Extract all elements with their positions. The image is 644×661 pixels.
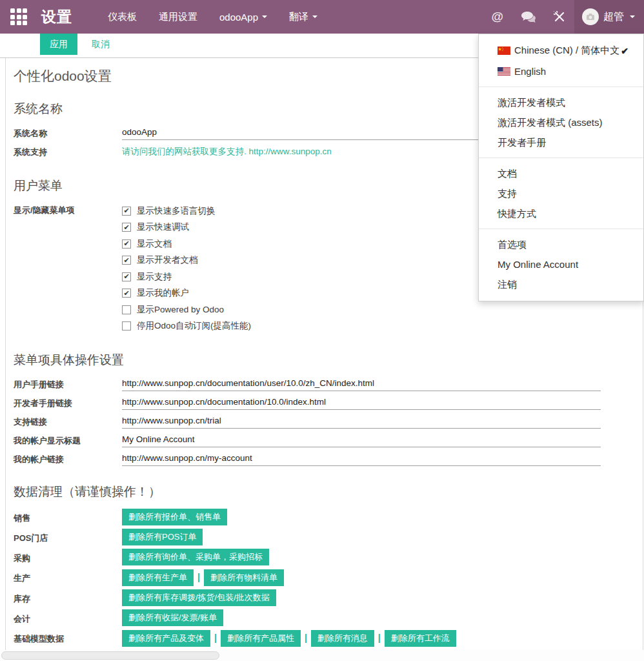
at-icon[interactable]: @ (482, 0, 512, 34)
horizontal-scrollbar-thumb[interactable] (1, 651, 219, 660)
navbar-menu: 仪表板通用设置odooApp翻译 (97, 0, 328, 34)
checkbox-row-1[interactable]: ✔显示快速调试 (122, 219, 251, 236)
dropdown-item-0-1[interactable]: 激活开发者模式 (assets) (479, 112, 643, 132)
delete-button[interactable]: 删除所有POS订单 (122, 529, 203, 545)
field-label: 开发者手册链接 (14, 396, 122, 409)
field-label: 库存 (14, 589, 122, 605)
apply-button[interactable]: 应用 (40, 34, 77, 55)
app-title: 设置 (30, 0, 85, 34)
user-menu-button[interactable]: 超管 (574, 0, 644, 34)
delete-button[interactable]: 删除所有产品属性 (221, 630, 301, 647)
field-label: 系统支持 (14, 145, 122, 158)
dropdown-item-0-0[interactable]: 激活开发者模式 (479, 92, 643, 112)
field-label: POS门店 (14, 529, 122, 544)
dropdown-item-1-0[interactable]: 文档 (479, 163, 643, 183)
cn-flag-icon (498, 46, 510, 55)
chevron-down-icon (630, 15, 635, 18)
checkbox-label: 显示快速调试 (137, 221, 189, 233)
cancel-link[interactable]: 取消 (92, 34, 110, 55)
field-label: 销售 (14, 509, 122, 524)
dropdown-language-cn[interactable]: Chinese (CN) / 简体中文✔ (479, 40, 643, 61)
checkbox-row-2[interactable]: ✔显示文档 (122, 236, 251, 252)
text-input[interactable]: http://www.sunpop.cn/trial (122, 414, 601, 429)
delete-button[interactable]: 删除所有询价单、采购单，采购招标 (122, 549, 269, 565)
check-icon: ✔ (621, 46, 629, 56)
apps-grid-icon (10, 8, 27, 25)
checkbox[interactable]: ✔ (122, 207, 131, 216)
section-title-cleanup: 数据清理（请谨慎操作！） (14, 483, 643, 500)
checkbox[interactable]: ✔ (122, 256, 131, 265)
cleanup-buttons: 删除所有询价单、采购单，采购招标 (122, 549, 269, 565)
navbar-item-2[interactable]: odooApp (208, 0, 278, 34)
checkbox-row-4[interactable]: ✔显示支持 (122, 269, 251, 285)
delete-button[interactable]: 删除所有消息 (311, 630, 374, 647)
cleanup-row-3: 生产删除所有生产单|删除所有物料清单 (14, 569, 643, 586)
checkbox[interactable]: ✔ (122, 239, 131, 249)
button-separator: | (305, 633, 307, 643)
checkbox[interactable] (122, 305, 131, 314)
horizontal-scrollbar[interactable] (0, 650, 644, 661)
checkbox-label: 显示开发者文档 (137, 254, 198, 266)
navbar-item-1[interactable]: 通用设置 (148, 0, 208, 34)
dropdown-item-2-0[interactable]: 首选项 (479, 234, 643, 254)
button-separator: | (214, 633, 217, 643)
checkbox-row-3[interactable]: ✔显示开发者文档 (122, 252, 251, 269)
checkbox-label: 显示我的帐户 (137, 287, 189, 299)
text-input[interactable]: My Online Account (122, 433, 601, 447)
delete-button[interactable]: 删除所有工作流 (385, 630, 456, 647)
section-title-links: 菜单项具体操作设置 (14, 352, 643, 369)
checkbox-row-0[interactable]: ✔显示快速多语言切换 (122, 203, 251, 219)
field-label: 用户手册链接 (14, 377, 122, 391)
apps-menu-button[interactable] (0, 0, 30, 34)
link-field-row-2: 支持链接http://www.sunpop.cn/trial (14, 414, 643, 429)
cleanup-row-6: 基础模型数据删除所有产品及变体|删除所有产品属性|删除所有消息|删除所有工作流 (14, 629, 643, 647)
text-input[interactable]: http://www.sunpop.cn/my-account (122, 452, 601, 466)
delete-button[interactable]: 删除所有产品及变体 (122, 630, 210, 647)
field-label: 系统名称 (14, 126, 122, 139)
field-label: 我的帐户显示标题 (14, 433, 122, 447)
delete-button[interactable]: 删除所有报价单、销售单 (122, 509, 227, 525)
checkbox-row-7[interactable]: 停用Odoo自动订阅(提高性能) (122, 318, 251, 335)
checkbox-label: 显示Powered by Odoo (137, 304, 224, 316)
dropdown-language-us[interactable]: English (479, 61, 643, 81)
dropdown-item-2-1[interactable]: My Online Account (479, 254, 643, 274)
delete-button[interactable]: 删除所有库存调拨/拣货/包装/批次数据 (122, 589, 276, 606)
checkbox[interactable] (122, 321, 131, 330)
cleanup-buttons: 删除所有POS订单 (122, 529, 203, 545)
text-input[interactable]: http://www.sunpop.cn/documentation/10.0/… (122, 396, 601, 410)
checkbox[interactable]: ✔ (122, 289, 131, 298)
field-label: 采购 (14, 549, 122, 564)
delete-button[interactable]: 删除所有收据/发票/账单 (122, 609, 223, 626)
field-label: 支持链接 (14, 414, 122, 428)
dropdown-item-2-2[interactable]: 注销 (479, 274, 643, 294)
dropdown-item-1-1[interactable]: 支持 (479, 183, 643, 203)
systray: @ (482, 0, 574, 34)
tools-icon[interactable] (545, 0, 574, 34)
link-field-row-1: 开发者手册链接http://www.sunpop.cn/documentatio… (14, 396, 643, 410)
navbar-item-3[interactable]: 翻译 (278, 0, 328, 34)
navbar-item-0[interactable]: 仪表板 (97, 0, 148, 34)
top-navbar: 设置 仪表板通用设置odooApp翻译 @ 超管 (0, 0, 644, 34)
user-name: 超管 (603, 10, 624, 24)
checkbox-label: 停用Odoo自动订阅(提高性能) (137, 320, 251, 332)
checkbox-row-6[interactable]: 显示Powered by Odoo (122, 301, 251, 318)
chat-icon[interactable] (512, 0, 545, 34)
link-field-row-0: 用户手册链接http://www.sunpop.cn/documentation… (14, 377, 643, 391)
cleanup-rows: 销售删除所有报价单、销售单POS门店删除所有POS订单采购删除所有询价单、采购单… (14, 509, 643, 647)
button-separator: | (197, 572, 200, 582)
checkbox[interactable]: ✔ (122, 223, 131, 232)
field-label: 基础模型数据 (14, 629, 122, 645)
delete-button[interactable]: 删除所有生产单 (122, 569, 194, 586)
checkbox-row-5[interactable]: ✔显示我的帐户 (122, 285, 251, 302)
language-label: Chinese (CN) / 简体中文 (514, 45, 619, 57)
dropdown-item-0-2[interactable]: 开发者手册 (479, 132, 643, 152)
field-label: 会计 (14, 609, 122, 625)
dropdown-divider (479, 158, 643, 158)
checkbox-label: 显示支持 (137, 271, 172, 283)
text-input[interactable]: http://www.sunpop.cn/documentation/user/… (122, 377, 601, 391)
us-flag-icon (498, 67, 510, 76)
delete-button[interactable]: 删除所有物料清单 (204, 569, 284, 586)
field-label: 我的帐户链接 (14, 452, 122, 465)
dropdown-item-1-2[interactable]: 快捷方式 (479, 203, 643, 223)
checkbox[interactable]: ✔ (122, 272, 131, 281)
